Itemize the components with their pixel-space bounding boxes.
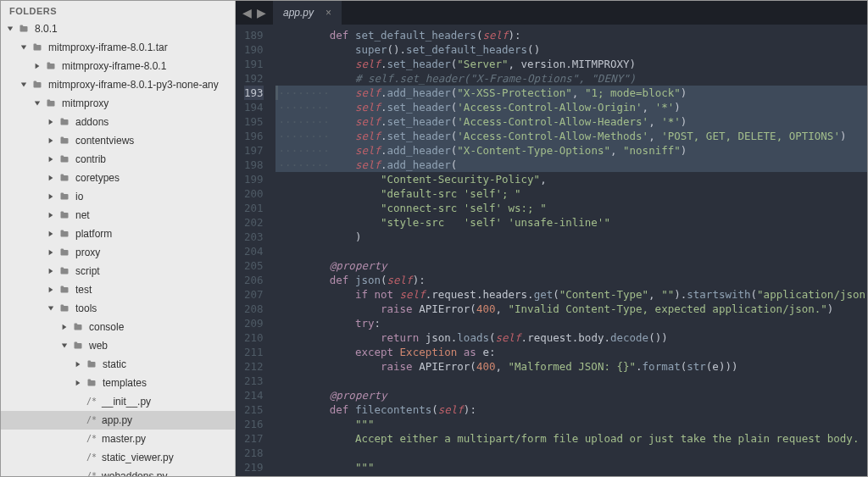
code-line[interactable]: if not self.request.headers.get("Content… — [275, 287, 867, 302]
code-area[interactable]: 1891901911921931941951961971981992002012… — [236, 25, 867, 476]
code-line[interactable] — [275, 374, 867, 388]
code-line[interactable]: ········ self.add_header("X-Content-Type… — [275, 143, 867, 158]
code-line[interactable]: return json.loads(self.request.body.deco… — [275, 330, 867, 345]
code-line[interactable]: """ — [275, 460, 867, 474]
code-line[interactable]: try: — [275, 316, 867, 330]
tree-file[interactable]: /*__init__.py — [1, 392, 235, 411]
chevron-right-icon[interactable] — [47, 286, 55, 294]
tree-folder[interactable]: coretypes — [1, 169, 235, 187]
code-line[interactable]: except Exception as e: — [275, 345, 867, 359]
chevron-down-icon[interactable] — [19, 43, 28, 52]
code-line[interactable]: Accept either a multipart/form file uplo… — [275, 431, 867, 446]
line-number: 217 — [244, 431, 264, 446]
line-number: 197 — [244, 143, 264, 158]
nav-back-icon[interactable]: ◀ — [242, 6, 252, 19]
code-line[interactable]: # self.set_header("X-Frame-Options", "DE… — [275, 71, 867, 86]
code-line[interactable]: "default-src 'self'; " — [275, 186, 867, 201]
tree-folder[interactable]: web — [1, 336, 235, 355]
code-line[interactable]: ) — [275, 230, 867, 244]
chevron-down-icon[interactable] — [19, 80, 28, 89]
tree-folder[interactable]: 8.0.1 — [1, 19, 235, 38]
tree-folder[interactable]: tools — [1, 299, 235, 318]
tree-folder[interactable]: contentviews — [1, 131, 235, 150]
code-line[interactable] — [275, 244, 867, 258]
folder-icon — [58, 172, 71, 184]
line-number: 206 — [244, 273, 264, 287]
code-line[interactable]: self.set_header("Server", version.MITMPR… — [275, 57, 867, 71]
tree-folder[interactable]: io — [1, 187, 235, 206]
tree-file[interactable]: /*static_viewer.py — [1, 448, 235, 467]
tree-item-label: contentviews — [75, 133, 134, 148]
line-number: 192 — [244, 71, 264, 86]
code-line[interactable]: ········ self.add_header( — [275, 158, 867, 172]
tree-file[interactable]: /*app.py — [1, 411, 235, 430]
tree-folder[interactable]: mitmproxy-iframe-8.0.1 — [1, 57, 235, 75]
tree-folder[interactable]: platform — [1, 225, 235, 243]
code-line[interactable]: "Content-Security-Policy", — [275, 172, 867, 186]
chevron-down-icon[interactable] — [33, 99, 42, 108]
chevron-down-icon[interactable] — [60, 341, 69, 350]
chevron-down-icon[interactable] — [6, 25, 14, 33]
nav-forward-icon[interactable]: ▶ — [257, 6, 266, 19]
code-line[interactable]: "style-src 'self' 'unsafe-inline'" — [275, 215, 867, 230]
code-line[interactable]: @property — [275, 258, 867, 273]
tab-bar: ◀ ▶ app.py × — [236, 1, 867, 25]
chevron-right-icon[interactable] — [47, 192, 55, 201]
chevron-right-icon[interactable] — [47, 267, 55, 275]
tree-folder[interactable]: addons — [1, 113, 235, 131]
chevron-right-icon[interactable] — [47, 136, 55, 145]
chevron-right-icon[interactable] — [47, 230, 55, 238]
code-line[interactable]: ········ self.set_header('Access-Control… — [275, 114, 867, 129]
chevron-right-icon[interactable] — [47, 118, 55, 126]
code-content[interactable]: def set_default_headers(self): super().s… — [275, 25, 867, 476]
code-line[interactable]: ········ self.add_header("X-XSS-Protecti… — [275, 86, 867, 100]
code-line[interactable]: @property — [275, 388, 867, 402]
tree-folder[interactable]: mitmproxy-iframe-8.0.1.tar — [1, 38, 235, 57]
tree-folder[interactable]: mitmproxy-iframe-8.0.1-py3-none-any — [1, 75, 235, 94]
code-line[interactable]: raise APIError(400, "Invalid Content-Typ… — [275, 302, 867, 316]
tree-file[interactable]: /*webaddons.py — [1, 467, 235, 476]
code-line[interactable]: super().set_default_headers() — [275, 42, 867, 57]
code-line[interactable]: ········ self.set_header('Access-Control… — [275, 100, 867, 114]
chevron-right-icon[interactable] — [60, 323, 69, 331]
code-line[interactable]: raise APIError(400, "Malformed JSON: {}"… — [275, 359, 867, 374]
chevron-right-icon[interactable] — [33, 62, 42, 70]
code-line[interactable]: def filecontents(self): — [275, 402, 867, 417]
chevron-right-icon[interactable] — [47, 174, 55, 182]
tree-folder[interactable]: net — [1, 206, 235, 225]
tab-active[interactable]: app.py × — [273, 1, 342, 25]
code-line[interactable]: ········ self.set_header('Access-Control… — [275, 129, 867, 143]
line-number: 220 — [244, 474, 264, 476]
tree-folder[interactable]: script — [1, 262, 235, 280]
code-line[interactable]: def json(self): — [275, 273, 867, 287]
folder-tree[interactable]: 8.0.1mitmproxy-iframe-8.0.1.tarmitmproxy… — [1, 19, 235, 476]
chevron-right-icon[interactable] — [47, 248, 55, 257]
tree-folder[interactable]: proxy — [1, 243, 235, 262]
code-line[interactable]: """ — [275, 417, 867, 431]
tree-folder[interactable]: test — [1, 280, 235, 299]
tree-folder[interactable]: mitmproxy — [1, 94, 235, 113]
folder-icon — [85, 358, 98, 370]
code-line[interactable] — [275, 446, 867, 460]
code-line[interactable]: if self.request.files: — [275, 474, 867, 476]
tree-item-label: static — [103, 357, 126, 372]
chevron-right-icon[interactable] — [74, 360, 82, 369]
line-number: 191 — [244, 57, 264, 71]
tree-item-label: templates — [103, 375, 147, 391]
chevron-right-icon[interactable] — [74, 379, 82, 387]
tree-folder[interactable]: templates — [1, 374, 235, 392]
gutter: 1891901911921931941951961971981992002012… — [236, 25, 275, 476]
chevron-right-icon[interactable] — [47, 211, 55, 219]
code-line[interactable]: def set_default_headers(self): — [275, 28, 867, 42]
chevron-down-icon[interactable] — [47, 304, 55, 313]
tree-folder[interactable]: contrib — [1, 150, 235, 169]
chevron-right-icon[interactable] — [47, 155, 55, 164]
tree-folder[interactable]: console — [1, 318, 235, 336]
tree-file[interactable]: /*master.py — [1, 430, 235, 448]
tree-item-label: master.py — [102, 431, 146, 446]
tree-folder[interactable]: static — [1, 355, 235, 374]
code-line[interactable]: "connect-src 'self' ws:; " — [275, 201, 867, 215]
tree-item-label: addons — [75, 114, 108, 130]
close-icon[interactable]: × — [326, 7, 331, 19]
tree-item-label: console — [89, 319, 124, 335]
